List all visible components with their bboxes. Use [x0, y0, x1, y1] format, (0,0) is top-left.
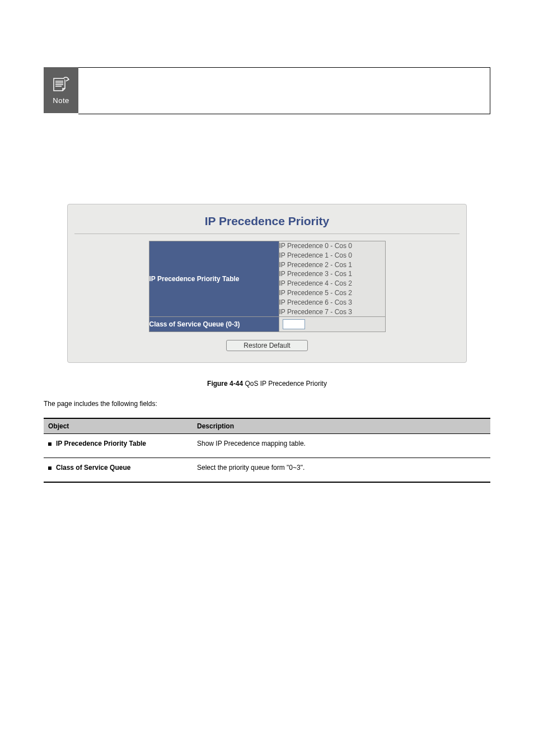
- desc-row-0-object-text: IP Precedence Priority Table: [56, 440, 146, 447]
- desc-header-row: Object Description: [44, 418, 490, 434]
- ip-prec-line-7: IP Precedence 7 - Cos 3: [279, 307, 385, 317]
- note-empty-cell: [78, 67, 490, 114]
- config-table: IP Precedence Priority Table IP Preceden…: [149, 241, 386, 332]
- ip-prec-line-1: IP Precedence 1 - Cos 0: [279, 251, 385, 260]
- row-cos-queue: Class of Service Queue (0-3): [149, 317, 385, 332]
- row-ip-precedence: IP Precedence Priority Table IP Preceden…: [149, 241, 385, 317]
- ip-precedence-key: IP Precedence Priority Table: [149, 241, 279, 317]
- note-badge: Note: [44, 67, 78, 113]
- title-separator: [74, 234, 460, 234]
- description-table: Object Description IP Precedence Priorit…: [44, 418, 490, 483]
- cos-queue-input[interactable]: [283, 319, 305, 329]
- figure-panel: IP Precedence Priority IP Precedence Pri…: [67, 204, 467, 363]
- note-label: Note: [53, 96, 69, 105]
- button-row: Restore Default: [74, 340, 460, 351]
- desc-row-0-object: IP Precedence Priority Table: [44, 434, 193, 458]
- page: { "note": { "label": "Note" }, "figure":…: [0, 67, 534, 756]
- note-block: Note: [44, 67, 490, 114]
- figure-caption: Figure 4-44 QoS IP Precedence Priority: [67, 380, 467, 388]
- ip-precedence-values: IP Precedence 0 - Cos 0 IP Precedence 1 …: [279, 241, 385, 317]
- panel-title: IP Precedence Priority: [74, 214, 460, 228]
- desc-row-1-object-text: Class of Service Queue: [56, 464, 130, 472]
- body-text: The page includes the following fields:: [44, 400, 490, 408]
- desc-header-object: Object: [44, 418, 193, 434]
- cos-queue-key: Class of Service Queue (0-3): [149, 317, 279, 332]
- desc-row-1: Class of Service Queue Select the priori…: [44, 458, 490, 483]
- figure-caption-rest: QoS IP Precedence Priority: [243, 380, 327, 388]
- note-icon: [50, 76, 72, 94]
- desc-row-0-description: Show IP Precedence mapping table.: [193, 434, 490, 458]
- desc-row-1-description: Select the priority queue form "0~3".: [193, 458, 490, 483]
- ip-prec-line-4: IP Precedence 4 - Cos 2: [279, 279, 385, 288]
- bullet-icon: [48, 442, 51, 446]
- desc-header-description: Description: [193, 418, 490, 434]
- ip-prec-line-2: IP Precedence 2 - Cos 1: [279, 260, 385, 270]
- ip-prec-line-6: IP Precedence 6 - Cos 3: [279, 298, 385, 307]
- restore-default-button[interactable]: Restore Default: [226, 340, 308, 351]
- cos-queue-value-cell: [279, 317, 385, 332]
- desc-row-0: IP Precedence Priority Table Show IP Pre…: [44, 434, 490, 458]
- figure-caption-bold: Figure 4-44: [207, 380, 243, 388]
- bullet-icon: [48, 466, 51, 470]
- ip-prec-line-5: IP Precedence 5 - Cos 2: [279, 288, 385, 298]
- ip-prec-line-3: IP Precedence 3 - Cos 1: [279, 269, 385, 279]
- desc-row-1-object: Class of Service Queue: [44, 458, 193, 483]
- ip-prec-line-0: IP Precedence 0 - Cos 0: [279, 241, 385, 251]
- note-badge-col: Note: [44, 67, 78, 114]
